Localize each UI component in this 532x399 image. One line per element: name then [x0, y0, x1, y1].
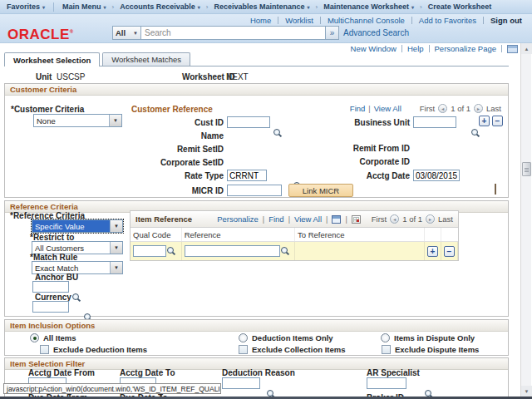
- item-reference-title: Item Reference: [135, 214, 192, 224]
- home-link[interactable]: Home: [250, 16, 271, 25]
- sign-out-link[interactable]: Sign out: [490, 16, 522, 25]
- rate-type-input[interactable]: [227, 170, 267, 181]
- column-qual-code: Qual Code: [131, 228, 182, 241]
- reference-criteria-select[interactable]: Specific Value ▼: [32, 219, 123, 233]
- tab-worksheet-selection[interactable]: Worksheet Selection: [4, 52, 100, 66]
- radio-label: Deduction Items Only: [252, 333, 333, 342]
- radio-icon[interactable]: [30, 333, 39, 342]
- anchor-bu-lookup-icon[interactable]: [71, 293, 81, 303]
- anchor-bu-input[interactable]: [32, 281, 69, 293]
- multichannel-console-link[interactable]: MultiChannel Console: [328, 16, 405, 25]
- breadcrumb-item-maintenance-worksheet[interactable]: Maintenance Worksheet ▾: [323, 2, 414, 11]
- scroll-up-arrow-icon[interactable]: ▲: [521, 43, 532, 54]
- tab-worksheet-matches[interactable]: Worksheet Matches: [102, 52, 190, 66]
- rate-type-label: Rate Type: [132, 171, 224, 180]
- checkbox-exclude-collection-items[interactable]: Exclude Collection Items: [239, 345, 345, 354]
- business-unit-input[interactable]: [413, 116, 456, 128]
- checkbox-icon[interactable]: [239, 345, 248, 354]
- view-all-link[interactable]: View All: [294, 214, 322, 224]
- checkbox-icon[interactable]: [382, 345, 391, 354]
- pager-prev-button[interactable]: ◄: [438, 104, 447, 113]
- radio-deduction-items-only[interactable]: Deduction Items Only: [239, 333, 333, 342]
- radio-icon[interactable]: [239, 333, 248, 342]
- breadcrumb-favorites[interactable]: Favorites ▾: [7, 2, 45, 11]
- unit-value: USCSP: [57, 72, 85, 81]
- personalize-link[interactable]: Personalize: [217, 214, 259, 224]
- radio-items-in-dispute-only[interactable]: Items in Dispute Only: [381, 333, 475, 342]
- unit-label: Unit: [36, 72, 52, 81]
- breadcrumb-label: Receivables Maintenance: [214, 2, 304, 11]
- customer-criteria-select[interactable]: None ▼: [33, 114, 122, 127]
- checkbox-icon[interactable]: [40, 345, 49, 354]
- breadcrumb-separator: ›: [316, 3, 318, 11]
- link-micr-button[interactable]: Link MICR: [288, 184, 353, 197]
- radio-label: Items in Dispute Only: [394, 333, 475, 342]
- scrollbar-thumb[interactable]: [522, 162, 531, 176]
- qual-code-cell: [131, 242, 182, 260]
- delete-row-button[interactable]: −: [492, 116, 503, 126]
- zoom-popup-icon[interactable]: [332, 215, 341, 224]
- currency-input[interactable]: [32, 301, 69, 313]
- advanced-search-link[interactable]: Advanced Search: [343, 28, 409, 37]
- qual-code-input[interactable]: [133, 245, 166, 257]
- search-scope-select[interactable]: All ▼: [112, 26, 141, 40]
- add-row-button[interactable]: +: [479, 116, 490, 126]
- find-link[interactable]: Find: [350, 104, 365, 113]
- acctg-date-input[interactable]: [413, 170, 460, 181]
- pager-next-button[interactable]: ►: [474, 104, 483, 113]
- delete-row-button[interactable]: −: [444, 246, 455, 257]
- breadcrumb-label: Create Worksheet: [428, 2, 491, 11]
- business-unit-lookup-icon[interactable]: [470, 128, 480, 138]
- cust-id-lookup-icon[interactable]: [273, 128, 282, 138]
- header-links: Home Worklist MultiChannel Console Add t…: [250, 15, 522, 25]
- separator: |: [368, 105, 370, 113]
- radio-all-items[interactable]: All Items: [30, 333, 76, 342]
- micr-id-input[interactable]: [227, 185, 282, 196]
- worklist-link[interactable]: Worklist: [285, 16, 313, 25]
- separator: [320, 17, 321, 24]
- radio-icon[interactable]: [381, 333, 390, 342]
- deduction-reason-input[interactable]: [222, 377, 260, 389]
- checkbox-exclude-dispute-items[interactable]: Exclude Dispute Items: [382, 345, 479, 354]
- qual-code-lookup-icon[interactable]: [166, 246, 175, 256]
- chevron-down-icon: ▼: [133, 31, 138, 36]
- reference-lookup-icon[interactable]: [280, 246, 289, 256]
- pager-prev-button[interactable]: ◄: [390, 214, 399, 224]
- ar-specialist-label: AR Specialist: [367, 368, 420, 377]
- pager-last-label: Last: [438, 214, 453, 224]
- cust-id-input[interactable]: [227, 116, 270, 128]
- add-to-favorites-link[interactable]: Add to Favorites: [419, 16, 476, 25]
- view-all-link[interactable]: View All: [374, 104, 401, 113]
- search-input[interactable]: [141, 26, 326, 40]
- micr-id-label: MICR ID: [132, 186, 224, 195]
- grid-column-headers: Qual Code Reference To Reference: [131, 228, 458, 242]
- status-bar-link-tooltip: javascript:pAction_win0(document.win0,'W…: [3, 383, 221, 394]
- separator: |: [263, 215, 264, 224]
- download-to-excel-icon[interactable]: [352, 215, 361, 224]
- scroll-down-arrow-icon[interactable]: ▼: [521, 386, 532, 397]
- search-go-button[interactable]: »: [326, 26, 339, 40]
- breadcrumb-item-create-worksheet[interactable]: Create Worksheet: [428, 2, 491, 11]
- pager-next-button[interactable]: ►: [426, 214, 435, 224]
- checkbox-label: Exclude Dispute Items: [395, 345, 479, 354]
- separator: |: [326, 215, 328, 224]
- cust-id-label: Cust ID: [132, 118, 224, 127]
- add-row-button[interactable]: +: [427, 246, 438, 257]
- remit-from-id-label: Remit From ID: [318, 144, 410, 153]
- find-link[interactable]: Find: [268, 214, 283, 224]
- acctg-date-calendar-icon[interactable]: [495, 184, 496, 195]
- breadcrumb-item-main-menu[interactable]: Main Menu ▾: [62, 2, 106, 11]
- breadcrumb-item-receivables-maintenance[interactable]: Receivables Maintenance ▾: [214, 2, 309, 11]
- breadcrumb-label: Accounts Receivable: [120, 2, 195, 11]
- vertical-scrollbar[interactable]: ▲ ▼: [520, 43, 531, 397]
- restrict-to-value: All Customers: [32, 242, 110, 254]
- checkbox-exclude-deduction-items[interactable]: Exclude Deduction Items: [40, 345, 147, 354]
- chevron-down-icon: ▾: [42, 4, 45, 10]
- ar-specialist-input[interactable]: [367, 377, 406, 389]
- breadcrumb-item-accounts-receivable[interactable]: Accounts Receivable ▾: [120, 2, 200, 11]
- match-rule-value: Exact Match: [32, 262, 110, 273]
- customer-reference-nav: Find | View All First ◄ 1 of 1 ► Last: [350, 104, 501, 113]
- chevron-down-icon: ▼: [109, 115, 121, 126]
- reference-input[interactable]: [185, 245, 280, 257]
- column-reference: Reference: [182, 228, 295, 241]
